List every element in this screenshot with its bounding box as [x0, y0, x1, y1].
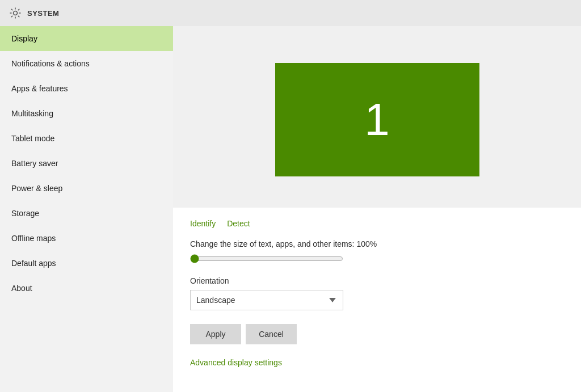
- title-bar: SYSTEM: [0, 0, 581, 26]
- sidebar-item-about[interactable]: About: [0, 276, 173, 301]
- content-area: 1 Identify Detect Change the size of tex…: [173, 26, 581, 392]
- size-slider[interactable]: [190, 254, 343, 263]
- sidebar-item-notifications[interactable]: Notifications & actions: [0, 51, 173, 76]
- monitor-preview: 1: [173, 26, 581, 208]
- sidebar-item-battery-saver[interactable]: Battery saver: [0, 151, 173, 176]
- display-links-row: Identify Detect: [190, 219, 564, 228]
- sidebar-item-display[interactable]: Display: [0, 26, 173, 51]
- cancel-button[interactable]: Cancel: [246, 324, 297, 344]
- svg-point-0: [14, 11, 18, 15]
- identify-link[interactable]: Identify: [190, 219, 216, 228]
- sidebar-item-storage[interactable]: Storage: [0, 201, 173, 226]
- button-row: Apply Cancel: [190, 324, 564, 344]
- settings-section: Identify Detect Change the size of text,…: [173, 208, 581, 392]
- detect-link[interactable]: Detect: [227, 219, 250, 228]
- sidebar-item-power-sleep[interactable]: Power & sleep: [0, 176, 173, 201]
- sidebar-item-multitasking[interactable]: Multitasking: [0, 101, 173, 126]
- orientation-select-wrapper: LandscapePortraitLandscape (flipped)Port…: [190, 290, 343, 310]
- sidebar-item-tablet-mode[interactable]: Tablet mode: [0, 126, 173, 151]
- advanced-display-link[interactable]: Advanced display settings: [190, 358, 282, 367]
- sidebar: DisplayNotifications & actionsApps & fea…: [0, 26, 173, 392]
- sidebar-item-offline-maps[interactable]: Offline maps: [0, 226, 173, 251]
- orientation-label: Orientation: [190, 276, 564, 285]
- app-title: SYSTEM: [27, 9, 59, 18]
- main-layout: DisplayNotifications & actionsApps & fea…: [0, 26, 581, 392]
- sidebar-item-default-apps[interactable]: Default apps: [0, 251, 173, 276]
- monitor-display: 1: [275, 63, 479, 176]
- gear-icon: [9, 7, 22, 19]
- size-slider-container: [190, 254, 564, 265]
- monitor-number: 1: [364, 94, 390, 146]
- orientation-select[interactable]: LandscapePortraitLandscape (flipped)Port…: [190, 290, 343, 310]
- apply-button[interactable]: Apply: [190, 324, 241, 344]
- size-label: Change the size of text, apps, and other…: [190, 239, 564, 248]
- sidebar-item-apps-features[interactable]: Apps & features: [0, 76, 173, 101]
